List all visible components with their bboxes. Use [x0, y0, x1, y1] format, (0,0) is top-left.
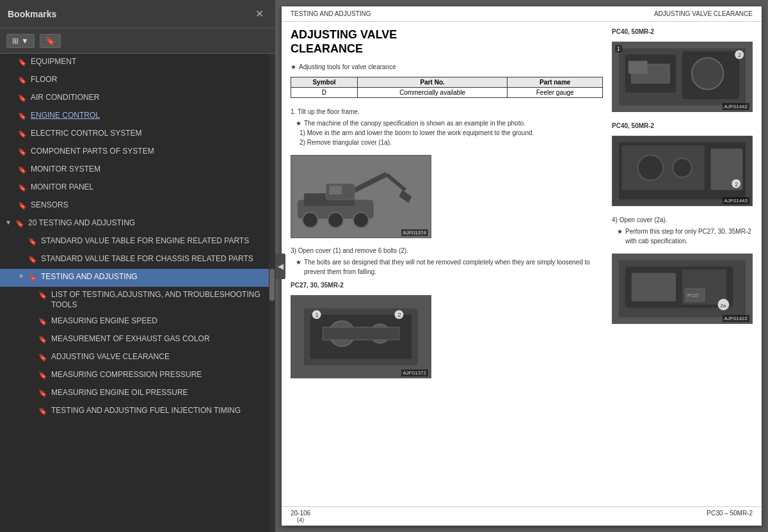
svg-text:2a: 2a [720, 303, 726, 309]
bookmark-icon: 🔖 [28, 237, 37, 246]
bookmark-icon: 🔖 [18, 58, 27, 67]
sidebar-item-label: COMPONENT PARTS OF SYSTEM [31, 147, 270, 157]
page-right: PC40, 50MR-2 2 [612, 28, 753, 500]
bookmark-icon: 🔖 [18, 165, 27, 174]
bookmark-icon: 🔖 [18, 111, 27, 120]
intro-star-text: ★ Adjusting tools for valve clearance [291, 63, 603, 70]
sidebar-item-measuring-speed[interactable]: 🔖 MEASURING ENGINE SPEED [0, 313, 275, 331]
sidebar-item-component-parts[interactable]: 🔖 COMPONENT PARTS OF SYSTEM [0, 143, 275, 161]
star-icon: ★ [296, 118, 301, 128]
sidebar-item-label: TESTING AND ADJUSTING [41, 272, 270, 282]
sidebar-item-label: TESTING AND ADJUSTING FUEL INJECTION TIM… [51, 406, 270, 416]
note-bolts: ★ The bolts are so designed that they wi… [296, 257, 603, 277]
pc40-second-label: PC40, 50MR-2 [612, 122, 753, 129]
sidebar-item-label: ENGINE CONTROL [31, 111, 270, 121]
dropdown-arrow-icon: ▼ [21, 36, 29, 45]
chevron-left-icon: ◀ [278, 262, 284, 271]
page-footer: 20-106 (4) PC30 – 50MR-2 [282, 506, 762, 526]
sidebar-item-monitor-panel[interactable]: 🔖 MONITOR PANEL [0, 179, 275, 197]
header-left: TESTING AND ADJUSTING [291, 10, 371, 17]
collapse-sidebar-tab[interactable]: ◀ [275, 254, 285, 279]
pc27-label: PC27, 30, 35MR-2 [291, 282, 603, 289]
sidebar-item-engine-control[interactable]: 🔖 ENGINE CONTROL [0, 108, 275, 125]
table-row: D Commercially available Feeler gauge [291, 88, 603, 98]
grid-view-button[interactable]: ⊞ ▼ [6, 34, 35, 48]
table-header-partno: Part No. [357, 77, 507, 88]
sidebar-item-label: MEASURING COMPRESSION PRESSURE [51, 370, 270, 380]
svg-rect-10 [329, 186, 342, 195]
main-content: TESTING AND ADJUSTING ADJUSTING VALVE CL… [275, 0, 768, 532]
bookmark-button[interactable]: 🔖 [40, 34, 61, 48]
cover-image-right: PC 35 2a AJF01422 [612, 254, 753, 324]
image-label-ajf01422: AJF01422 [723, 315, 749, 322]
svg-point-4 [328, 213, 343, 228]
image-label-ajf01442: AJF01442 [723, 103, 749, 110]
sidebar-item-sensors[interactable]: 🔖 SENSORS [0, 197, 275, 215]
sidebar-item-floor[interactable]: 🔖 FLOOR [0, 72, 275, 90]
bookmark-icon: 🔖 [18, 201, 27, 210]
sidebar-item-label: STANDARD VALUE TABLE FOR CHASSIS RELATED… [41, 254, 270, 264]
sidebar-item-label: MEASUREMENT OF EXHAUST GAS COLOR [51, 334, 270, 344]
table-header-partname: Part name [508, 77, 603, 88]
sidebar-scrollbar-thumb[interactable] [269, 269, 275, 301]
table-header-symbol: Symbol [291, 77, 358, 88]
sidebar-item-label: EQUIPMENT [31, 57, 270, 67]
sidebar-item-engine-oil[interactable]: 🔖 MEASURING ENGINE OIL PRESSURE [0, 385, 275, 403]
bookmark-icon: 🔖 [28, 255, 37, 264]
sidebar-scrollbar[interactable] [269, 54, 275, 532]
sidebar-item-std-engine[interactable]: 🔖 STANDARD VALUE TABLE FOR ENGINE RELATE… [0, 233, 275, 251]
sidebar-item-adj-valve[interactable]: 🔖 ADJUSTING VALVE CLEARANCE [0, 349, 275, 367]
star-icon: ★ [296, 257, 301, 277]
sidebar-item-label: SENSORS [31, 200, 270, 211]
sidebar-item-label: LIST OF TESTING,ADJUSTING, AND TROUBLESH… [51, 290, 270, 310]
svg-rect-16 [323, 327, 399, 340]
bookmark-icon: 🔖 [28, 273, 37, 282]
sidebar-item-monitor-system[interactable]: 🔖 MONITOR SYSTEM [0, 161, 275, 179]
sidebar-title: Bookmarks [8, 9, 56, 19]
engine-top-svg: 2 [612, 42, 752, 112]
grid-icon: ⊞ [12, 36, 19, 45]
bookmark-icon: 🔖 [38, 353, 47, 362]
sidebar-item-equipment[interactable]: 🔖 EQUIPMENT [0, 54, 275, 72]
adjusting-tools-table: Symbol Part No. Part name D Commercially… [291, 77, 603, 98]
engine-middle-svg: 2 [612, 136, 752, 206]
sidebar-item-exhaust-gas[interactable]: 🔖 MEASUREMENT OF EXHAUST GAS COLOR [0, 331, 275, 349]
step-3: 3) Open cover (1) and remove 6 bolts (2)… [291, 246, 603, 255]
collapse-arrow-icon: ▼ [5, 218, 14, 227]
table-cell-partname: Feeler gauge [508, 88, 603, 98]
bookmark-list[interactable]: 🔖 EQUIPMENT 🔖 FLOOR 🔖 AIR CONDITIONER 🔖 … [0, 54, 275, 532]
document-title: ADJUSTING VALVE CLEARANCE [291, 28, 603, 58]
sidebar-item-std-chassis[interactable]: 🔖 STANDARD VALUE TABLE FOR CHASSIS RELAT… [0, 251, 275, 269]
footer-page-num: 20-106 (4) [291, 510, 310, 523]
bookmark-icon: 🔖 [38, 291, 47, 300]
excavator-image: AJF01374 [291, 155, 431, 238]
svg-point-26 [692, 58, 724, 90]
step-4: 4) Open cover (2a). [612, 215, 753, 225]
sidebar-item-list-tools[interactable]: 🔖 LIST OF TESTING,ADJUSTING, AND TROUBLE… [0, 287, 275, 313]
star-icon: ★ [291, 63, 296, 70]
sidebar-item-testing-adj[interactable]: ▼ 🔖 TESTING AND ADJUSTING [0, 269, 275, 287]
svg-text:2: 2 [735, 181, 738, 188]
svg-rect-41 [632, 273, 676, 302]
page-header: TESTING AND ADJUSTING ADJUSTING VALVE CL… [282, 6, 762, 22]
step-1: 1. Tilt up the floor frame. [291, 107, 603, 117]
sidebar-item-20-testing[interactable]: ▼ 🔖 20 TESTING AND ADJUSTING [0, 215, 275, 233]
close-button[interactable]: ✕ [252, 6, 268, 21]
bookmark-icon: 🔖 [38, 317, 47, 326]
engine-image-top: 2 AJF01442 1 [612, 42, 753, 112]
sidebar-item-comp-pressure[interactable]: 🔖 MEASURING COMPRESSION PRESSURE [0, 367, 275, 385]
bookmark-icon: 🔖 [18, 129, 27, 138]
bookmark-icon: 🔖 [38, 335, 47, 344]
bookmark-icon: 🔖 [38, 389, 47, 398]
sidebar-item-fuel-injection[interactable]: 🔖 TESTING AND ADJUSTING FUEL INJECTION T… [0, 403, 275, 421]
svg-point-34 [638, 155, 664, 181]
sidebar-item-electric-control[interactable]: 🔖 ELECTRIC CONTROL SYSTEM [0, 125, 275, 143]
sidebar-item-label: MEASURING ENGINE SPEED [51, 316, 270, 326]
sidebar-item-label: FLOOR [31, 75, 270, 85]
sidebar-toolbar: ⊞ ▼ 🔖 [0, 28, 275, 54]
excavator-svg [291, 155, 431, 238]
sidebar-item-label: MEASURING ENGINE OIL PRESSURE [51, 388, 270, 398]
svg-text:2: 2 [738, 52, 741, 58]
bookmark-icon: 🔖 [18, 183, 27, 192]
sidebar-item-air-conditioner[interactable]: 🔖 AIR CONDITIONER [0, 90, 275, 108]
